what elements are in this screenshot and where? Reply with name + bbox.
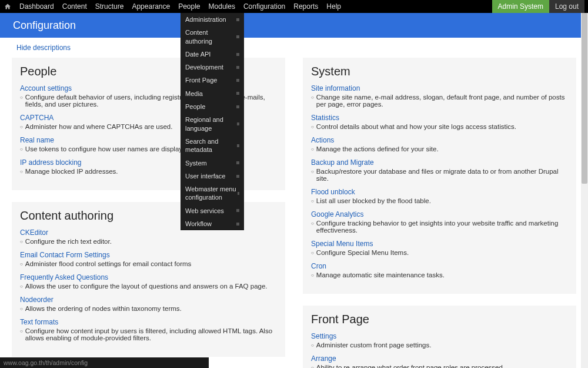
dropdown-item-label: People [185, 102, 205, 111]
config-entry-link[interactable]: Frequently Asked Questions [20, 273, 108, 281]
submenu-indicator-icon [236, 53, 239, 56]
config-entry-desc: Configure Special Menu Items. [311, 249, 568, 256]
config-entry-link[interactable]: Email Contact Form Settings [20, 251, 110, 259]
config-entry-link[interactable]: Site information [311, 84, 360, 92]
config-entry-link[interactable]: CKEditor [20, 228, 48, 237]
config-entry-link[interactable]: IP address blocking [20, 158, 82, 167]
home-icon[interactable] [4, 2, 12, 11]
page-hero: Configuration [0, 13, 588, 38]
toolbar-item-dashboard[interactable]: Dashboard [15, 0, 58, 13]
config-entry-link[interactable]: Special Menu Items [311, 240, 373, 248]
toolbar-item-help[interactable]: Help [322, 0, 345, 13]
dropdown-item[interactable]: System [181, 157, 244, 170]
config-entry: CronManage automatic site maintenance ta… [311, 262, 568, 279]
toolbar-item-appearance[interactable]: Appearance [128, 0, 174, 13]
config-entry: Google AnalyticsConfigure tracking behav… [311, 210, 568, 234]
submenu-indicator-icon [236, 79, 239, 82]
config-entry: CKEditorConfigure the rich text editor. [20, 228, 277, 245]
config-entry-desc: Administer custom front page settings. [311, 342, 568, 349]
panel-title: Front Page [311, 313, 568, 326]
toolbar-items: DashboardContentStructureAppearancePeopl… [15, 0, 345, 13]
submenu-indicator-icon [236, 209, 239, 212]
dropdown-item[interactable]: Webmaster menu configuration [181, 183, 244, 204]
config-entry-link[interactable]: Arrange [311, 354, 336, 363]
config-entry-link[interactable]: Cron [311, 262, 326, 270]
dropdown-item-label: Front Page [185, 76, 217, 84]
dropdown-item[interactable]: Development [181, 61, 244, 74]
config-entry-desc: List all user blocked by the flood table… [311, 197, 568, 204]
config-entry-link[interactable]: Real name [20, 136, 54, 144]
submenu-indicator-icon [236, 223, 239, 226]
dropdown-item[interactable]: Workflow [181, 217, 244, 230]
admin-system-button[interactable]: Admin System [492, 0, 549, 13]
right-column: SystemSite informationChange site name, … [303, 58, 576, 368]
config-entry: Email Contact Form SettingsAdminister fl… [20, 251, 277, 267]
config-entry-link[interactable]: Backup and Migrate [311, 158, 374, 167]
config-entry-link[interactable]: Account settings [20, 84, 72, 92]
config-entry: Flood unblockList all user blocked by th… [311, 188, 568, 204]
config-entry-desc: Backup/restore your database and files o… [311, 168, 568, 182]
toolbar-item-structure[interactable]: Structure [91, 0, 128, 13]
dropdown-item-label: Webmaster menu configuration [185, 185, 238, 202]
config-entry: Special Menu ItemsConfigure Special Menu… [311, 240, 568, 256]
config-entry-link[interactable]: Settings [311, 332, 336, 340]
toolbar-item-configuration[interactable]: Configuration [239, 0, 289, 13]
config-entry-desc: Control details about what and how your … [311, 123, 568, 130]
config-entry: StatisticsControl details about what and… [311, 114, 568, 130]
dropdown-item[interactable]: Regional and language [181, 113, 244, 135]
config-entry: Text formatsConfigure how content input … [20, 318, 277, 342]
config-entry: SettingsAdminister custom front page set… [311, 332, 568, 349]
hide-descriptions-link[interactable]: Hide descriptions [0, 38, 588, 58]
config-entry: ActionsManage the actions defined for yo… [311, 136, 568, 152]
dropdown-item[interactable]: Web services [181, 204, 244, 217]
status-bar: www.oag.go.th/th/admin/config [0, 357, 209, 368]
dropdown-item[interactable]: Front Page [181, 74, 244, 87]
config-panel: Content authoringCKEditorConfigure the r… [12, 202, 285, 357]
dropdown-item-label: Date API [185, 50, 211, 58]
dropdown-item[interactable]: Administration [181, 13, 244, 26]
toolbar-item-reports[interactable]: Reports [289, 0, 322, 13]
toolbar-item-content[interactable]: Content [58, 0, 91, 13]
scrollbar-thumb[interactable] [582, 7, 587, 184]
config-entry-desc: Manage the actions defined for your site… [311, 145, 568, 152]
dropdown-item[interactable]: Media [181, 87, 244, 100]
logout-button[interactable]: Log out [549, 0, 584, 13]
config-entry-desc: Configure the rich text editor. [20, 238, 277, 245]
dropdown-item[interactable]: People [181, 100, 244, 113]
panel-title: System [311, 65, 568, 78]
submenu-indicator-icon [236, 66, 239, 69]
content-scroll[interactable]: Hide descriptions PeopleAccount settings… [0, 38, 588, 368]
toolbar-right: Admin System Log out [492, 0, 584, 13]
config-entry: Site informationChange site name, e-mail… [311, 84, 568, 108]
config-entry-link[interactable]: CAPTCHA [20, 114, 54, 122]
config-entry-link[interactable]: Text formats [20, 318, 58, 326]
config-entry-desc: Manage automatic site maintenance tasks. [311, 271, 568, 279]
config-entry: ArrangeAbility to re-arrange what order … [311, 354, 568, 368]
config-entry-desc: Ability to re-arrange what order front p… [311, 364, 568, 368]
config-entry-link[interactable]: Nodeorder [20, 296, 54, 304]
dropdown-item-label: User interface [185, 172, 225, 180]
submenu-indicator-icon [236, 35, 239, 38]
dropdown-item[interactable]: Content authoring [181, 26, 244, 48]
config-entry-desc: Configure tracking behavior to get insig… [311, 220, 568, 234]
config-entry-link[interactable]: Statistics [311, 114, 339, 122]
left-column: PeopleAccount settingsConfigure default … [12, 58, 285, 368]
scrollbar-track[interactable] [581, 0, 588, 368]
toolbar-item-modules[interactable]: Modules [205, 0, 239, 13]
config-entry-desc: Allows the user to configure the layout … [20, 283, 277, 290]
config-panel: PeopleAccount settingsConfigure default … [12, 58, 285, 190]
config-entry-desc: Configure how content input by users is … [20, 327, 277, 342]
admin-toolbar: DashboardContentStructureAppearancePeopl… [0, 0, 588, 13]
dropdown-item[interactable]: User interface [181, 170, 244, 183]
dropdown-item[interactable]: Date API [181, 48, 244, 61]
page-title: Configuration [13, 19, 76, 32]
config-entry-link[interactable]: Actions [311, 136, 334, 144]
config-panel: SystemSite informationChange site name, … [303, 58, 576, 294]
toolbar-item-people[interactable]: People [174, 0, 204, 13]
config-panel: Front PageSettingsAdminister custom fron… [303, 306, 576, 368]
config-entry: Backup and MigrateBackup/restore your da… [311, 158, 568, 182]
config-entry-link[interactable]: Flood unblock [311, 188, 355, 196]
config-entry-link[interactable]: Google Analytics [311, 210, 363, 218]
dropdown-item[interactable]: Search and metadata [181, 135, 244, 157]
dropdown-item-label: Search and metadata [185, 137, 237, 154]
